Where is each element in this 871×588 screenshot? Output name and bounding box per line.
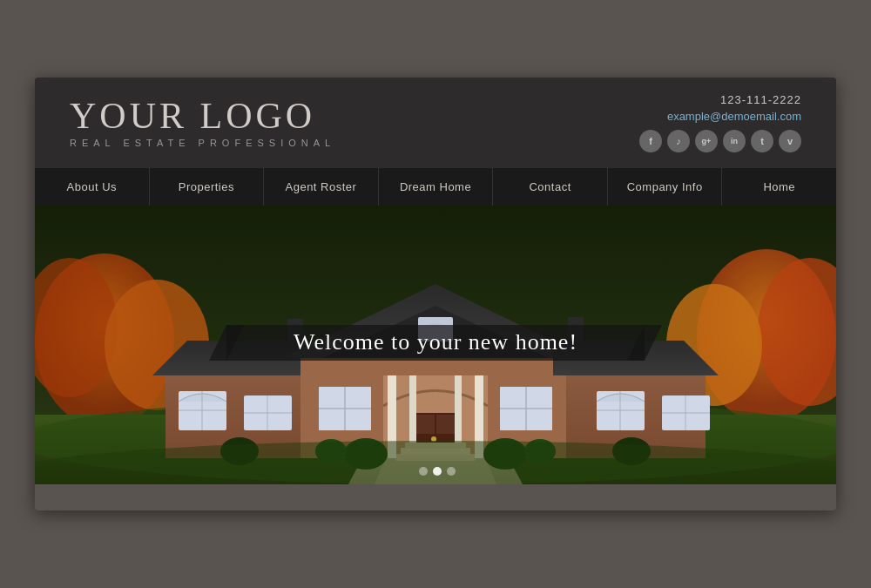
svg-point-66: [433, 467, 442, 476]
site-header: YOUR LOGO REAL ESTATE PROFESSIONAL 123-1…: [35, 78, 836, 168]
nav-item-home: Home: [721, 168, 836, 206]
logo-text: YOUR LOGO: [70, 98, 335, 134]
nav-link-dream-home[interactable]: Dream Home: [379, 168, 493, 206]
social-icons: f ♪ g+ in t v: [639, 130, 801, 152]
contact-area: 123-111-2222 example@demoemail.com f ♪ g…: [639, 93, 801, 152]
nav-item-dream-home: Dream Home: [378, 168, 493, 206]
vimeo-icon[interactable]: v: [779, 130, 801, 152]
svg-point-65: [419, 467, 428, 476]
logo-area: YOUR LOGO REAL ESTATE PROFESSIONAL: [70, 98, 335, 148]
site-nav: About Us Properties Agent Roster Dream H…: [35, 168, 836, 206]
nav-list: About Us Properties Agent Roster Dream H…: [35, 168, 836, 206]
twitter-icon[interactable]: t: [751, 130, 773, 152]
svg-rect-25: [415, 415, 435, 434]
music-icon[interactable]: ♪: [667, 130, 690, 152]
nav-link-company-info[interactable]: Company Info: [608, 168, 722, 206]
google-plus-icon[interactable]: g+: [695, 130, 718, 152]
nav-item-agent-roster: Agent Roster: [263, 168, 378, 206]
contact-phone: 123-111-2222: [720, 93, 801, 106]
footer-bar: [35, 484, 836, 510]
svg-rect-26: [436, 415, 456, 434]
nav-link-home[interactable]: Home: [722, 168, 836, 206]
nav-link-about-us[interactable]: About Us: [35, 168, 149, 206]
svg-point-67: [447, 467, 456, 476]
nav-item-properties: Properties: [149, 168, 264, 206]
hero-svg: Welcome to your new home!: [35, 206, 836, 484]
nav-link-properties[interactable]: Properties: [150, 168, 264, 206]
hero-section: Welcome to your new home!: [35, 206, 836, 484]
nav-item-contact: Contact: [492, 168, 607, 206]
facebook-icon[interactable]: f: [639, 130, 662, 152]
linkedin-icon[interactable]: in: [723, 130, 746, 152]
nav-link-agent-roster[interactable]: Agent Roster: [264, 168, 378, 206]
nav-item-about-us: About Us: [35, 168, 149, 206]
svg-text:Welcome to your new home!: Welcome to your new home!: [294, 329, 577, 355]
nav-item-company-info: Company Info: [607, 168, 722, 206]
contact-email: example@demoemail.com: [667, 110, 801, 123]
browser-frame: YOUR LOGO REAL ESTATE PROFESSIONAL 123-1…: [35, 78, 836, 510]
nav-link-contact[interactable]: Contact: [493, 168, 607, 206]
logo-subtitle: REAL ESTATE PROFESSIONAL: [70, 138, 335, 148]
hero-image: Welcome to your new home!: [35, 206, 836, 484]
